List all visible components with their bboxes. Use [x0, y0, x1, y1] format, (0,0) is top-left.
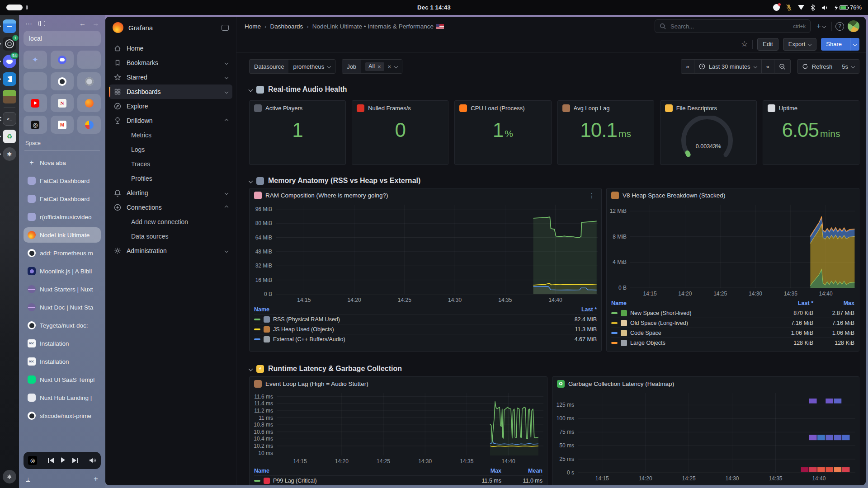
forward-icon[interactable]: →	[92, 19, 99, 27]
mic-muted-icon[interactable]	[786, 4, 792, 11]
sidebar-item-drilldown[interactable]: Drilldown	[109, 113, 232, 128]
collapse-chevron-icon[interactable]	[249, 366, 253, 371]
pinned-tab-orange[interactable]	[77, 94, 101, 112]
sidebar-item-add-new-connection[interactable]: Add new connection	[109, 215, 232, 229]
system-clock[interactable]: Dec 1 14:43	[417, 4, 451, 11]
dock-item-launcher-settings[interactable]	[3, 470, 16, 483]
refresh-interval-picker[interactable]: 5s	[837, 59, 859, 74]
sidebar-item-explore[interactable]: Explore	[109, 99, 232, 113]
panel-menu-icon[interactable]: ⋮	[587, 192, 597, 199]
sidebar-toggle-icon[interactable]	[38, 21, 45, 26]
collapse-chevron-icon[interactable]	[249, 87, 253, 92]
breadcrumb-home[interactable]: Home	[245, 23, 261, 30]
panel-title[interactable]: Garbage Collection Latency (Heatmap)	[568, 380, 854, 387]
pinned-tab-four[interactable]	[24, 72, 47, 90]
legend-series-name[interactable]: JS Heap Used (Objects)	[254, 326, 556, 333]
chip-remove-icon[interactable]: ×	[377, 63, 381, 70]
sidebar-item-metrics[interactable]: Metrics	[109, 128, 232, 142]
zoom-out-button[interactable]	[774, 59, 791, 74]
breadcrumb-dashboards[interactable]: Dashboards	[270, 23, 303, 30]
nav-dock-toggle-icon[interactable]	[222, 25, 229, 31]
job-chip[interactable]: All×	[365, 62, 384, 71]
workspace-field[interactable]: local	[24, 31, 101, 46]
legend-series-name[interactable]: New Space (Short-lived)	[611, 310, 772, 316]
browser-tab[interactable]: Moonlink.js | A Bibli	[24, 263, 101, 279]
legend-column-header[interactable]: Last *	[775, 300, 813, 306]
panel-title[interactable]: V8 Heap Space Breakdown (Stacked)	[623, 192, 854, 199]
sidebar-item-dashboards[interactable]: Dashboards	[109, 84, 232, 99]
collapse-chevron-icon[interactable]	[249, 178, 253, 183]
row-runtime-latency[interactable]: ⚡ Runtime Latency & Garbage Collection	[249, 364, 859, 374]
time-range-picker[interactable]: Last 30 minutes	[694, 59, 762, 74]
job-filter[interactable]: Job All× ×	[342, 59, 402, 74]
edit-button[interactable]: Edit	[757, 38, 778, 51]
clear-filter-icon[interactable]: ×	[388, 63, 392, 70]
browser-tab[interactable]: Nuxt Hub Landing |	[24, 390, 101, 405]
help-icon[interactable]: ?	[835, 22, 844, 31]
dock-item-vscode[interactable]	[3, 72, 16, 86]
legend-series-name[interactable]: P99 Lag (Critical)	[254, 478, 460, 484]
browser-tab[interactable]: Installation	[24, 354, 101, 369]
search-input[interactable]	[670, 23, 789, 30]
next-track-button[interactable]	[72, 458, 78, 463]
sidebar-menu-icon[interactable]: ···	[25, 19, 32, 27]
browser-tab[interactable]: Installation	[24, 336, 101, 351]
dock-item-trash[interactable]	[3, 130, 16, 143]
refresh-button[interactable]: Refresh	[797, 59, 838, 74]
legend-name-header[interactable]: Name	[611, 300, 772, 306]
sidebar-item-bookmarks[interactable]: Bookmarks	[109, 56, 232, 70]
previous-track-button[interactable]	[48, 458, 54, 463]
browser-tab[interactable]: Nuxt Starters | Nuxt	[24, 282, 101, 297]
add-icon[interactable]: +	[94, 474, 98, 483]
legend-series-name[interactable]: RSS (Physical RAM Used)	[254, 316, 556, 323]
browser-tab[interactable]: add: Prometheus m	[24, 245, 101, 261]
browser-tab[interactable]: NodeLink Ultimate	[24, 227, 101, 243]
album-art[interactable]: ◎	[28, 456, 37, 465]
share-dropdown-caret[interactable]	[850, 38, 859, 51]
dock-item-discord[interactable]: 54	[3, 55, 16, 68]
time-shift-forward-button[interactable]: »	[761, 59, 774, 74]
pinned-tab-gray[interactable]	[77, 72, 101, 90]
legend-column-header[interactable]: Max	[816, 300, 854, 306]
volume-icon[interactable]	[821, 5, 829, 11]
grafana-logo[interactable]	[113, 22, 123, 33]
pinned-tab-github[interactable]	[51, 72, 74, 90]
pinned-tab-target[interactable]	[24, 116, 47, 134]
legend-column-header[interactable]: Last *	[559, 306, 597, 313]
sidebar-item-starred[interactable]: Starred	[109, 70, 232, 84]
dock-item-minecraft-launcher[interactable]	[3, 90, 16, 103]
panel-title[interactable]: RAM Composition (Where is memory going?)	[265, 192, 583, 199]
legend-series-name[interactable]: Large Objects	[611, 340, 772, 346]
user-avatar[interactable]	[848, 20, 859, 32]
volume-button[interactable]	[89, 457, 96, 464]
legend-column-header[interactable]: Max	[463, 468, 501, 474]
pinned-tab-blue[interactable]	[77, 116, 101, 134]
dock-item-files[interactable]	[3, 19, 16, 33]
legend-name-header[interactable]: Name	[254, 306, 556, 313]
legend-series-name[interactable]: Code Space	[611, 330, 772, 336]
battery-indicator[interactable]: 76%	[835, 4, 862, 11]
legend-series-name[interactable]: External (C++ Buffers/Audio)	[254, 336, 556, 343]
play-button[interactable]	[61, 456, 65, 465]
browser-tab[interactable]: Nuxt Doc | Nuxt Sta	[24, 300, 101, 315]
browser-tab[interactable]: Teygeta/nuxt-doc:	[24, 318, 101, 333]
legend-column-header[interactable]: Mean	[505, 468, 542, 474]
search-box[interactable]: ctrl+k	[655, 19, 811, 33]
row-realtime-audio-health[interactable]: Real-time Audio Health	[249, 84, 859, 94]
panel-title[interactable]: Event Loop Lag (High = Audio Stutter)	[265, 380, 542, 387]
datasource-picker[interactable]: Datasource prometheus	[249, 59, 335, 74]
pinned-tab-discord[interactable]	[51, 51, 74, 69]
row-memory-anatomy[interactable]: Memory Anatomy (RSS vs Heap vs External)	[249, 176, 859, 186]
vpn-shield-icon[interactable]	[798, 5, 804, 10]
dock-item-settings[interactable]	[3, 147, 16, 161]
sidebar-item-profiles[interactable]: Profiles	[109, 171, 232, 186]
sidebar-item-data-sources[interactable]: Data sources	[109, 229, 232, 244]
share-button[interactable]: Share	[821, 38, 859, 51]
pinned-tab-instagram[interactable]	[77, 51, 101, 69]
bluetooth-icon[interactable]	[810, 4, 816, 11]
star-dashboard-icon[interactable]: ☆	[741, 39, 748, 49]
browser-tab[interactable]: sfxcode/nuxt-prime	[24, 408, 101, 423]
legend-series-name[interactable]: Old Space (Long-lived)	[611, 320, 772, 326]
browser-tab[interactable]: FatCat Dashboard	[24, 191, 101, 206]
browser-tab[interactable]: r(officialmusicvideo	[24, 209, 101, 225]
